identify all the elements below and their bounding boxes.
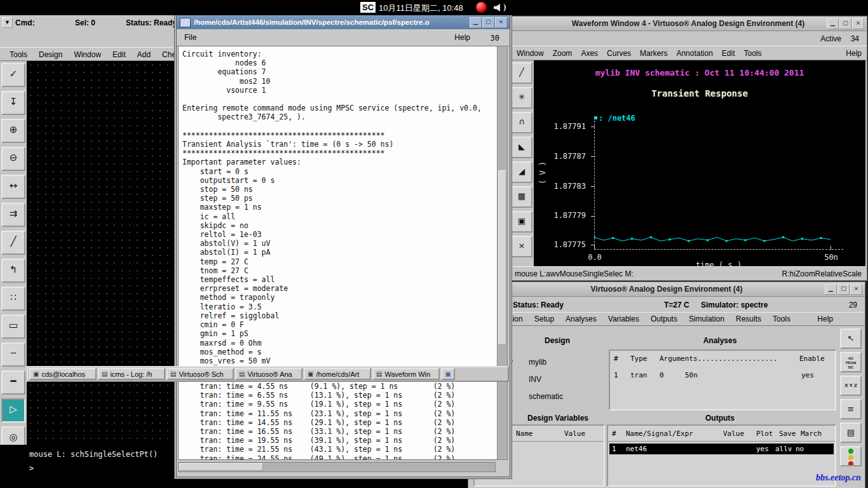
zoom-out-icon[interactable]: ⊖ — [1, 147, 25, 171]
taskbar-button-label: Virtuoso® Ana — [247, 370, 292, 378]
schematic-toolbar: ✓ ↧ ⊕ ⊖ ↔ ⇉ ╱ ↰ ∷ ▭ ╌ ━ ▷ ◎ ▤ — [0, 61, 27, 445]
select-icon[interactable]: ╱ — [511, 62, 532, 84]
analyses-row-arg2[interactable]: 50n — [685, 371, 698, 379]
menu-simulation[interactable]: Simulation — [683, 313, 730, 325]
menu-help[interactable]: Help — [846, 46, 862, 60]
analyses-row-type[interactable]: tran — [630, 371, 648, 379]
taskbar-button-schematic[interactable]: ▤ Virtuoso® Sch — [166, 368, 234, 380]
terminal-titlebar[interactable]: /home/cds/Artist446/simulation/INV/spect… — [177, 15, 510, 29]
menu-add[interactable]: Add — [132, 48, 156, 60]
instance-icon[interactable]: ▭ — [1, 315, 25, 339]
terminal-output-area[interactable]: Circuit inventory: nodes 6 equations 7 m… — [178, 46, 498, 460]
ade-titlebar[interactable]: Virtuoso® Analog Design Environment (4) … — [468, 282, 865, 297]
taskbar-button-log[interactable]: ▤ icms - Log: /h — [98, 368, 165, 380]
menu-curves[interactable]: Curves — [602, 46, 635, 60]
menu-edit[interactable]: Edit — [107, 48, 132, 60]
minimize-button[interactable]: ▁ — [825, 284, 837, 295]
menu-edit[interactable]: Edit — [717, 46, 740, 60]
axes-min-icon[interactable]: ◣ — [511, 137, 532, 158]
check-icon[interactable]: ✓ — [1, 63, 25, 87]
menu-help[interactable]: Help — [454, 33, 470, 42]
clock: 10月11日星期二, 10:48 — [379, 3, 463, 14]
vertical-scrollbar[interactable] — [497, 46, 508, 460]
taskbar-button-window[interactable]: ▣ — [441, 368, 455, 380]
maximize-button[interactable]: ▢ — [482, 17, 494, 28]
menu-tools[interactable]: Tools — [767, 313, 796, 325]
menu-outputs[interactable]: Outputs — [645, 313, 683, 325]
menu-results[interactable]: Results — [730, 313, 767, 325]
y-tick-label: 1.87791 — [539, 122, 586, 131]
view-value[interactable]: schematic — [529, 392, 563, 401]
copy-icon[interactable]: ⇉ — [1, 203, 25, 227]
minimize-button[interactable]: ▁ — [827, 18, 839, 29]
taskbar-button-terminal[interactable]: ▣ /home/cds/Art — [304, 368, 371, 380]
waveform-title: Waveform Window 4 - Virtuoso® Analog Des… — [572, 19, 804, 28]
waveform-plot-area[interactable]: mylib INV schematic : Oct 11 10:44:00 20… — [534, 60, 865, 267]
taskbar-button-waveform[interactable]: ▤ Waveform Win — [372, 368, 440, 380]
menu-tools[interactable]: Tools — [4, 48, 33, 60]
minimize-button[interactable]: ▁ — [470, 17, 482, 28]
menu-tools[interactable]: Tools — [740, 46, 766, 60]
undo-icon[interactable]: ↰ — [1, 259, 25, 283]
menu-file[interactable]: File — [184, 33, 196, 42]
close-button[interactable]: × — [495, 17, 507, 28]
setup-outputs-icon[interactable]: ≡ — [840, 399, 862, 419]
analyses-row-arg1[interactable]: 0 — [660, 371, 664, 379]
choose-analyses-icon[interactable]: AC TRAN DC — [840, 352, 862, 372]
horizontal-scrollbar-thumb[interactable] — [179, 463, 263, 471]
menu-axes[interactable]: Axes — [576, 46, 602, 60]
wire-wide-icon[interactable]: ━ — [1, 370, 25, 395]
array-icon[interactable]: ∷ — [1, 287, 25, 311]
waveform-titlebar[interactable]: Waveform Window 4 - Virtuoso® Analog Des… — [510, 17, 867, 31]
wire-narrow-icon[interactable]: ╌ — [1, 342, 25, 367]
horizontal-scrollbar[interactable] — [178, 462, 496, 472]
close-button[interactable]: × — [852, 18, 864, 29]
stretch-icon[interactable]: ↔ — [1, 175, 25, 199]
edit-variables-icon[interactable]: X Y Z — [840, 376, 862, 396]
menu-analyses[interactable]: Analyses — [560, 313, 602, 325]
save-icon[interactable]: ↧ — [1, 91, 25, 115]
erase-icon[interactable]: × — [511, 236, 532, 257]
analyses-table[interactable]: # Type Arguments................... Enab… — [609, 349, 836, 410]
library-value[interactable]: mylib — [529, 358, 546, 367]
command-prompt[interactable]: > — [29, 464, 34, 473]
vertical-scrollbar-thumb[interactable] — [498, 170, 506, 345]
maximize-button[interactable]: ▢ — [837, 284, 850, 295]
netlist-icon[interactable]: ▤ — [840, 423, 862, 443]
sc-input-method-badge[interactable]: SC — [360, 2, 376, 13]
menu-markers[interactable]: Markers — [635, 46, 672, 60]
snowflake-icon[interactable]: ✳ — [511, 87, 532, 109]
maximize-button[interactable]: ▢ — [839, 18, 851, 29]
speaker-icon[interactable] — [494, 3, 506, 13]
waveform-banner: Active 34 — [510, 31, 867, 46]
outputs-table[interactable]: # Name/Signal/Expr Value Plot Save March… — [607, 424, 836, 487]
menu-design[interactable]: Design — [33, 48, 68, 60]
cell-value[interactable]: INV — [529, 375, 541, 384]
wire-icon[interactable]: ╱ — [1, 231, 25, 255]
menu-window[interactable]: Window — [512, 46, 548, 60]
menu-annotation[interactable]: Annotation — [672, 46, 717, 60]
axes-max-icon[interactable]: ◢ — [511, 161, 532, 183]
menu-variables[interactable]: Variables — [602, 313, 645, 325]
window-menu-caret[interactable]: ▼ — [2, 17, 13, 28]
zoom-in-icon[interactable]: ⊕ — [1, 119, 25, 143]
menu-setup[interactable]: Setup — [529, 313, 560, 325]
close-button[interactable]: × — [850, 284, 862, 295]
window-menu-icon[interactable] — [180, 18, 191, 27]
menu-help[interactable]: Help — [817, 315, 833, 323]
menu-zoom[interactable]: Zoom — [548, 46, 577, 60]
plot-icon[interactable]: ↖ — [840, 329, 862, 349]
probe-icon[interactable]: ▷ — [1, 398, 25, 423]
menu-window[interactable]: Window — [68, 48, 107, 60]
subwindow-icon[interactable]: ▣ — [511, 211, 532, 233]
analyses-row-enable[interactable]: yes — [801, 371, 814, 379]
taskbar-button-analog[interactable]: ▤ Virtuoso® Ana — [235, 368, 302, 380]
grid-icon[interactable]: ▦ — [511, 186, 532, 208]
run-simulation-icon[interactable] — [840, 446, 862, 466]
magnet-icon[interactable]: ∩ — [511, 112, 532, 133]
record-button[interactable] — [476, 2, 487, 13]
outputs-selected-row[interactable]: 1 net46 yes allv no — [609, 444, 834, 454]
analyses-row-num[interactable]: 1 — [614, 371, 618, 379]
analyses-col-args: Arguments................... — [660, 355, 777, 363]
taskbar-button-console[interactable]: ▣ cds@localhos — [29, 368, 97, 380]
